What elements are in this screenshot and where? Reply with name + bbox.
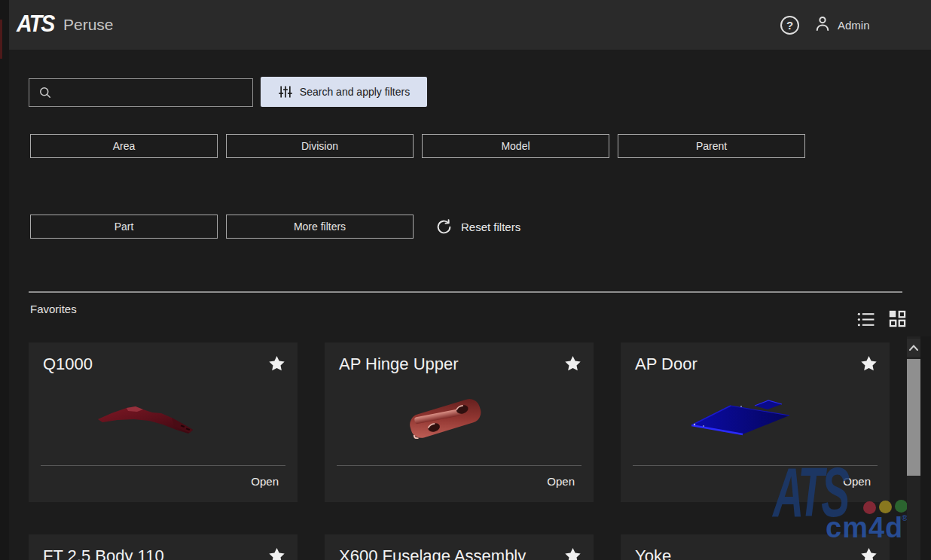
card-title: AP Hinge Upper: [339, 355, 459, 374]
favorite-star-icon[interactable]: [563, 546, 582, 560]
search-apply-filters-button[interactable]: Search and apply filters: [261, 77, 427, 107]
app-title: Peruse: [63, 16, 114, 34]
card-title: X600 Fuselage Assembly: [339, 546, 526, 560]
reset-filters-button[interactable]: Reset filters: [435, 215, 520, 239]
filter-part-button[interactable]: Part: [30, 215, 218, 239]
favorite-star-icon[interactable]: [859, 355, 878, 373]
favorite-star-icon[interactable]: [267, 546, 286, 560]
ats-logo: ATS: [17, 11, 53, 38]
part-image-ap-door: [688, 397, 794, 439]
part-image-q1000: [96, 397, 202, 439]
favorite-star-icon[interactable]: [859, 546, 878, 560]
peruse-window: ATS Peruse ? Admin: [0, 0, 931, 560]
left-edge-strip: [0, 0, 9, 560]
chevron-up-icon: [908, 344, 919, 352]
list-view-icon[interactable]: [856, 310, 875, 329]
card-title: FT 2.5 Body 110: [43, 546, 164, 560]
filter-more-button[interactable]: More filters: [226, 215, 414, 239]
card-title: AP Door: [635, 355, 697, 374]
open-link[interactable]: Open: [251, 475, 279, 488]
filter-parent-button[interactable]: Parent: [618, 134, 805, 158]
favorite-star-icon[interactable]: [267, 355, 286, 373]
watermark-dot-green: [895, 500, 908, 513]
search-box: [29, 78, 253, 107]
help-icon: ?: [786, 19, 793, 32]
filter-area-button[interactable]: Area: [30, 134, 218, 158]
card-title: Yoke: [635, 546, 671, 560]
person-icon: [813, 14, 832, 35]
user-label: Admin: [838, 19, 870, 32]
favorites-divider: [29, 291, 902, 293]
favorite-card-ft-25-body-110[interactable]: FT 2.5 Body 110: [29, 534, 298, 560]
scrollbar-up-button[interactable]: [907, 339, 920, 357]
search-icon: [38, 85, 53, 100]
open-link[interactable]: Open: [547, 475, 575, 488]
favorites-label: Favorites: [30, 303, 77, 315]
open-link[interactable]: Open: [843, 475, 871, 488]
scrollbar-thumb[interactable]: [907, 359, 920, 476]
card-divider: [337, 465, 581, 466]
search-input[interactable]: [53, 79, 252, 106]
refresh-icon: [435, 218, 453, 236]
watermark-dot-yellow: [879, 501, 892, 513]
card-title: Q1000: [43, 355, 93, 374]
favorite-card-yoke[interactable]: Yoke: [621, 534, 890, 560]
favorite-star-icon[interactable]: [563, 355, 582, 373]
favorite-card-ap-door[interactable]: AP Door Open: [621, 342, 890, 502]
favorite-card-q1000[interactable]: Q1000 Open: [29, 342, 298, 502]
apply-button-label: Search and apply filters: [300, 86, 410, 98]
user-menu-button[interactable]: Admin: [813, 14, 870, 35]
favorite-card-ap-hinge-upper[interactable]: AP Hinge Upper: [325, 342, 594, 502]
filter-model-button[interactable]: Model: [422, 134, 609, 158]
watermark-dot-red: [863, 501, 876, 514]
app-header: ATS Peruse ? Admin: [0, 0, 931, 50]
help-button[interactable]: ?: [780, 16, 799, 35]
favorite-card-x600-fuselage-assembly[interactable]: X600 Fuselage Assembly: [325, 534, 594, 560]
scroll-right-gap: [920, 336, 931, 560]
reset-filters-label: Reset filters: [461, 221, 520, 233]
grid-view-icon[interactable]: [887, 309, 908, 329]
sliders-icon: [278, 84, 293, 99]
part-image-ap-hinge-upper: [392, 397, 498, 439]
filter-division-button[interactable]: Division: [226, 134, 414, 158]
card-divider: [41, 465, 285, 466]
card-divider: [633, 465, 878, 466]
left-edge-artifact: [0, 20, 2, 59]
